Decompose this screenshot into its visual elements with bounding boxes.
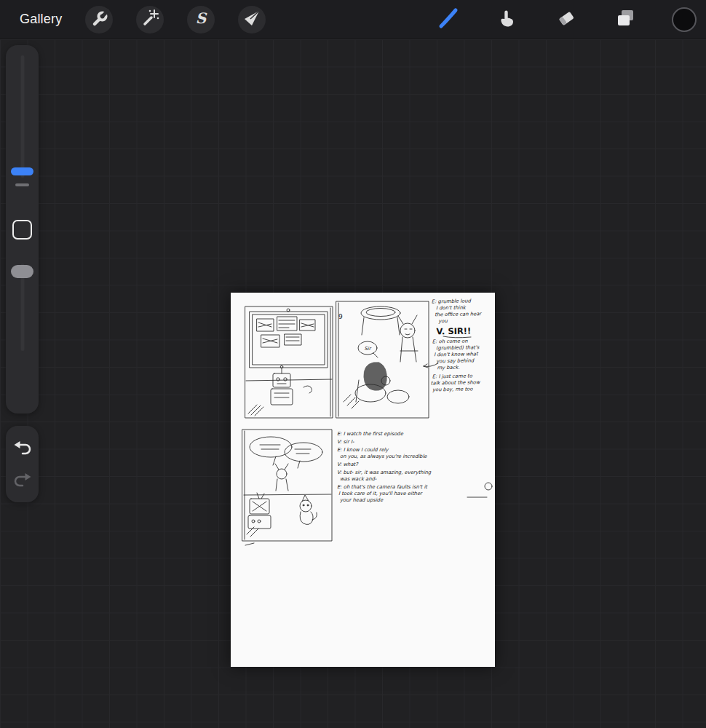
handwritten-line: V: sir I- xyxy=(337,439,354,445)
handwritten-line: V: but- sir, it was amazing, everything xyxy=(337,470,432,475)
canvas-workspace[interactable]: Sir 9 xyxy=(0,39,706,728)
svg-text:S: S xyxy=(196,9,207,27)
erase-tool-button[interactable] xyxy=(554,7,579,32)
magic-wand-icon xyxy=(138,7,162,33)
color-swatch[interactable] xyxy=(672,7,697,32)
handwritten-line: E: oh come on xyxy=(432,339,469,345)
undo-arrow-icon xyxy=(12,436,33,461)
handwritten-line: E: I watch the first episode xyxy=(337,431,404,437)
handwritten-line: talk about the show xyxy=(431,379,481,386)
layers-button[interactable] xyxy=(613,7,638,32)
comic-sketch: Sir 9 xyxy=(231,293,495,667)
brush-icon xyxy=(437,7,460,33)
handwritten-line: I took care of it, you'll have either xyxy=(338,491,423,496)
selection-s-icon: S xyxy=(189,7,213,33)
handwritten-line: E: grumble loud xyxy=(432,298,472,304)
gallery-button[interactable]: Gallery xyxy=(20,12,62,27)
brush-size-slider[interactable] xyxy=(20,55,24,178)
redo-button[interactable] xyxy=(12,470,33,491)
artwork-page[interactable]: Sir 9 xyxy=(231,293,495,667)
brush-size-tick xyxy=(15,183,29,186)
actions-button[interactable] xyxy=(85,6,113,33)
wrench-icon xyxy=(87,7,111,33)
script-bottom-block: E: I watch the first episode V: sir I- E… xyxy=(337,431,432,503)
brush-sidebar xyxy=(6,45,39,414)
handwritten-line: on you, as always you're incredible xyxy=(340,454,427,459)
handwritten-line: you say behind xyxy=(436,357,475,364)
handwritten-line: I don't think xyxy=(436,305,467,312)
modify-button[interactable] xyxy=(12,220,32,240)
speech-bubble-text: Sir xyxy=(365,346,372,352)
handwritten-line: E: I just came to xyxy=(432,373,473,379)
handwritten-line: I don't know what xyxy=(434,351,479,357)
layers-icon xyxy=(614,7,637,33)
toolbar-right-group xyxy=(436,7,706,32)
handwritten-line: you boy, me too xyxy=(432,386,473,392)
handwritten-line: (grumbled) that's xyxy=(436,344,480,351)
top-toolbar: Gallery xyxy=(0,0,706,39)
handwritten-line: V: what? xyxy=(337,462,359,467)
sketch-panel-3 xyxy=(242,430,332,545)
selection-button[interactable]: S xyxy=(187,6,215,33)
smudge-finger-icon xyxy=(496,7,519,33)
handwritten-line: you xyxy=(438,318,448,324)
toolbar-left-group: Gallery xyxy=(0,6,266,33)
script-bottom-decorations xyxy=(467,483,492,497)
handwritten-line: was wack and- xyxy=(340,476,377,482)
undo-redo-panel xyxy=(6,426,39,502)
paint-tool-button[interactable] xyxy=(436,7,461,32)
transform-arrow-icon xyxy=(240,7,263,33)
sketch-panel-1 xyxy=(245,306,333,418)
opacity-handle[interactable] xyxy=(11,265,33,278)
handwritten-line: E: oh that's the camera faults isn't it xyxy=(337,484,428,490)
brush-size-handle[interactable] xyxy=(11,167,33,175)
handwritten-line-emphasis: V. SIR!! xyxy=(436,325,471,336)
handwritten-line: my back. xyxy=(437,365,459,371)
smudge-tool-button[interactable] xyxy=(495,7,520,32)
panel-number: 9 xyxy=(338,313,343,320)
transform-button[interactable] xyxy=(238,6,266,33)
adjustments-button[interactable] xyxy=(136,6,164,33)
script-right-column: E: grumble loud I don't think the office… xyxy=(429,298,483,392)
handwritten-line: your head upside xyxy=(340,497,384,503)
handwritten-line: the office can hear xyxy=(435,311,482,317)
handwritten-line: E: I know I could rely xyxy=(337,447,389,453)
redo-arrow-icon xyxy=(12,468,33,493)
undo-button[interactable] xyxy=(12,438,33,459)
eraser-icon xyxy=(555,7,578,33)
sketch-panel-2 xyxy=(336,301,429,418)
